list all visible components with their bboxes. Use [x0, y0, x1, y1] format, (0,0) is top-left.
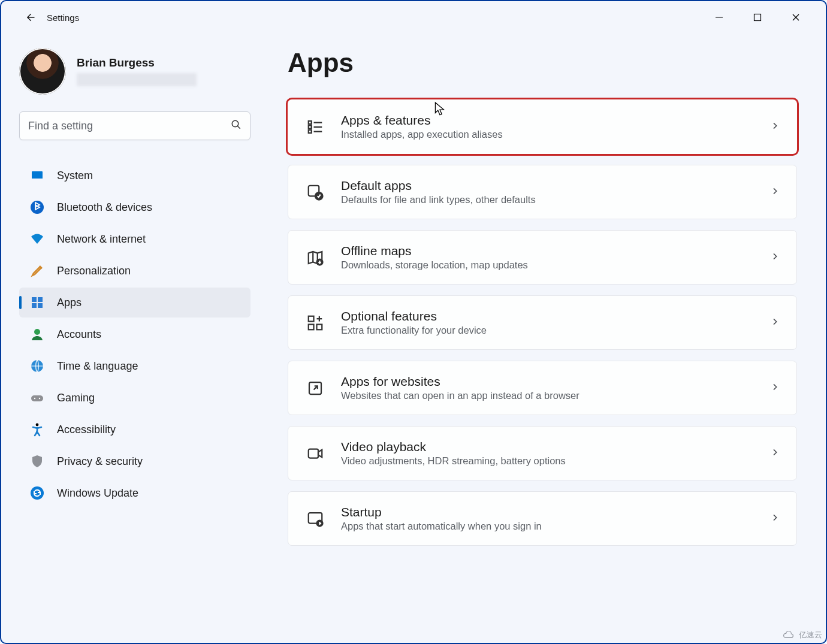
apps-icon	[30, 295, 44, 310]
sidebar-item-label: Windows Update	[57, 487, 138, 500]
shield-icon	[30, 454, 44, 468]
chevron-right-icon	[770, 448, 780, 459]
profile-email-blurred	[77, 73, 197, 86]
svg-rect-22	[309, 316, 314, 321]
maximize-button[interactable]	[750, 10, 765, 25]
card-optional-features[interactable]: Optional features Extra functionality fo…	[288, 295, 797, 350]
card-title: Optional features	[341, 309, 754, 323]
profile-name: Brian Burgess	[77, 56, 197, 69]
minimize-icon	[715, 13, 723, 22]
svg-rect-26	[309, 449, 318, 458]
chevron-right-icon	[770, 382, 780, 394]
card-apps-for-websites[interactable]: Apps for websites Websites that can open…	[288, 361, 797, 415]
card-title: Default apps	[341, 179, 754, 193]
svg-rect-23	[309, 324, 314, 329]
cloud-icon	[782, 631, 795, 639]
card-body: Default apps Defaults for file and link …	[341, 179, 754, 205]
sidebar-item-label: Personalization	[57, 265, 131, 277]
svg-point-14	[36, 424, 39, 427]
back-button[interactable]	[18, 5, 42, 29]
sidebar-item-personalization[interactable]: Personalization	[19, 256, 250, 286]
accessibility-icon	[30, 422, 44, 437]
sidebar-item-label: System	[57, 170, 93, 182]
gamepad-icon	[30, 391, 44, 405]
close-button[interactable]	[789, 10, 803, 25]
search-input[interactable]	[28, 120, 231, 132]
svg-rect-3	[32, 177, 43, 179]
card-subtitle: Video adjustments, HDR streaming, batter…	[341, 455, 754, 467]
sidebar-item-label: Privacy & security	[57, 455, 143, 468]
maximize-icon	[753, 13, 762, 22]
svg-point-1	[232, 120, 239, 127]
profile-block[interactable]: Brian Burgess	[19, 48, 250, 95]
sidebar-item-gaming[interactable]: Gaming	[19, 383, 250, 413]
search-box[interactable]	[19, 111, 250, 140]
chevron-right-icon	[770, 317, 780, 329]
sidebar-item-time[interactable]: Time & language	[19, 351, 250, 381]
sidebar-item-apps[interactable]: Apps	[19, 288, 250, 318]
sidebar-item-privacy[interactable]: Privacy & security	[19, 446, 250, 476]
sidebar-item-label: Apps	[57, 297, 82, 309]
card-subtitle: Defaults for file and link types, other …	[341, 194, 754, 205]
sidebar-item-system[interactable]: System	[19, 161, 250, 191]
paintbrush-icon	[30, 264, 44, 278]
chevron-right-icon	[770, 252, 780, 264]
chevron-right-icon	[770, 121, 780, 133]
card-subtitle: Extra functionality for your device	[341, 325, 754, 336]
nav-list: System Bluetooth & devices Network & int…	[19, 161, 250, 508]
sidebar-item-label: Accessibility	[57, 424, 116, 436]
window-title: Settings	[47, 13, 79, 23]
card-title: Apps & features	[341, 113, 754, 128]
card-startup[interactable]: Startup Apps that start automatically wh…	[288, 491, 797, 546]
svg-rect-18	[309, 130, 312, 133]
card-body: Startup Apps that start automatically wh…	[341, 505, 754, 532]
map-download-icon	[305, 247, 325, 268]
titlebar: Settings	[1, 1, 826, 34]
watermark: 亿速云	[782, 630, 822, 640]
update-icon	[30, 486, 44, 500]
person-icon	[30, 327, 44, 341]
sidebar-item-label: Accounts	[57, 328, 101, 341]
svg-rect-7	[32, 303, 37, 308]
bluetooth-icon	[30, 200, 44, 214]
card-body: Apps for websites Websites that can open…	[341, 374, 754, 401]
sidebar-item-bluetooth[interactable]: Bluetooth & devices	[19, 192, 250, 222]
card-body: Apps & features Installed apps, app exec…	[341, 113, 754, 140]
svg-point-15	[31, 486, 44, 500]
open-external-icon	[305, 378, 325, 398]
sidebar: Brian Burgess System Bluetooth & de	[1, 34, 259, 643]
profile-text: Brian Burgess	[77, 56, 197, 86]
card-video-playback[interactable]: Video playback Video adjustments, HDR st…	[288, 426, 797, 480]
close-icon	[792, 13, 800, 22]
sidebar-item-update[interactable]: Windows Update	[19, 478, 250, 508]
svg-rect-5	[32, 297, 37, 302]
clock-globe-icon	[30, 359, 44, 373]
card-body: Offline maps Downloads, storage location…	[341, 244, 754, 271]
card-apps-features[interactable]: Apps & features Installed apps, app exec…	[288, 99, 797, 154]
page-title: Apps	[288, 48, 797, 78]
sidebar-item-accounts[interactable]: Accounts	[19, 319, 250, 349]
video-icon	[305, 443, 325, 464]
card-subtitle: Downloads, storage location, map updates	[341, 259, 754, 271]
svg-rect-8	[38, 303, 43, 308]
card-subtitle: Websites that can open in an app instead…	[341, 390, 754, 401]
search-icon	[231, 119, 242, 133]
card-subtitle: Installed apps, app execution aliases	[341, 129, 754, 140]
card-offline-maps[interactable]: Offline maps Downloads, storage location…	[288, 230, 797, 285]
startup-icon	[305, 509, 325, 529]
card-body: Video playback Video adjustments, HDR st…	[341, 440, 754, 467]
card-default-apps[interactable]: Default apps Defaults for file and link …	[288, 165, 797, 219]
card-title: Startup	[341, 505, 754, 519]
avatar	[19, 48, 66, 95]
svg-point-4	[31, 201, 44, 214]
sidebar-item-label: Network & internet	[57, 233, 146, 246]
sidebar-item-label: Gaming	[57, 392, 95, 404]
window-controls	[712, 10, 820, 25]
grid-plus-icon	[305, 313, 325, 333]
sidebar-item-label: Bluetooth & devices	[57, 201, 152, 214]
svg-point-13	[39, 398, 40, 399]
default-check-icon	[305, 182, 325, 202]
minimize-button[interactable]	[712, 10, 726, 25]
sidebar-item-network[interactable]: Network & internet	[19, 224, 250, 254]
sidebar-item-accessibility[interactable]: Accessibility	[19, 415, 250, 445]
